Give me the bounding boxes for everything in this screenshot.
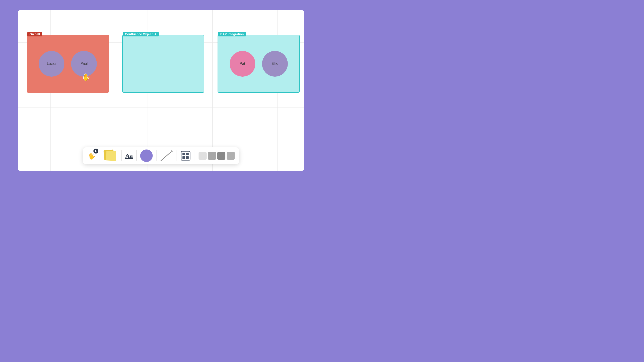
color-swatch-medium[interactable] <box>208 152 216 160</box>
toolbar-text-section[interactable]: Aa <box>124 151 134 160</box>
card-on-call-circles: Lucas Paul ✋ <box>27 35 108 92</box>
card-confluence[interactable]: Confluence Object IA <box>122 35 204 93</box>
person-ellie[interactable]: Ellie <box>262 51 288 77</box>
card-on-call[interactable]: On call Lucas Paul ✋ <box>27 35 109 93</box>
person-lucas[interactable]: Lucas <box>39 51 64 77</box>
svg-rect-4 <box>186 153 189 155</box>
toolbar-shape-section[interactable] <box>138 149 154 163</box>
color-swatch-gray[interactable] <box>227 152 235 160</box>
card-confluence-label: Confluence Object IA <box>123 32 159 36</box>
toolbar-divider-2 <box>122 150 122 161</box>
card-on-call-label: On call <box>27 32 42 36</box>
toolbar-colors-section <box>197 151 236 161</box>
line-tool-icon[interactable] <box>160 149 173 162</box>
frame-tool-icon[interactable] <box>180 150 191 161</box>
card-eap-label: EAP integration <box>218 32 246 36</box>
sticky-notes-icon[interactable] <box>104 149 118 162</box>
text-tool-icon[interactable]: Aa <box>125 152 133 159</box>
card-eap-circles: Pat Ellie <box>218 35 299 92</box>
toolbar-divider-5 <box>176 150 176 161</box>
person-pat[interactable]: Pat <box>230 51 255 77</box>
cards-row: On call Lucas Paul ✋ Confluence Object I… <box>27 35 300 93</box>
color-swatch-light[interactable] <box>198 152 206 160</box>
hand-tool-icon[interactable]: 🖐 <box>88 153 95 160</box>
toolbar-hand-section[interactable]: 🖐 <box>86 149 98 162</box>
toolbar-divider-3 <box>136 150 137 161</box>
toolbar-frame-section[interactable] <box>178 149 193 162</box>
shape-tool-icon[interactable] <box>140 149 153 162</box>
color-swatch-dark[interactable] <box>217 152 226 160</box>
canvas-area: On call Lucas Paul ✋ Confluence Object I… <box>18 10 304 171</box>
toolbar: 🖐 Aa <box>83 147 239 164</box>
sticky-note-front <box>106 151 116 161</box>
toolbar-sticky-section[interactable] <box>102 149 120 163</box>
canvas-container: On call Lucas Paul ✋ Confluence Object I… <box>18 10 304 171</box>
toolbar-divider-4 <box>156 150 156 161</box>
svg-line-0 <box>161 151 172 161</box>
svg-rect-5 <box>182 156 185 159</box>
card-confluence-circles <box>123 35 204 92</box>
svg-point-1 <box>171 150 173 152</box>
toolbar-divider-1 <box>100 150 100 161</box>
person-paul[interactable]: Paul ✋ <box>71 51 97 77</box>
play-button[interactable] <box>94 149 98 153</box>
grab-cursor-icon: ✋ <box>82 73 90 81</box>
svg-rect-6 <box>186 156 189 159</box>
toolbar-line-section[interactable] <box>158 149 174 163</box>
svg-rect-3 <box>182 153 185 155</box>
svg-rect-2 <box>181 151 190 160</box>
toolbar-divider-6 <box>195 150 195 161</box>
card-eap[interactable]: EAP integration Pat Ellie <box>218 35 300 93</box>
